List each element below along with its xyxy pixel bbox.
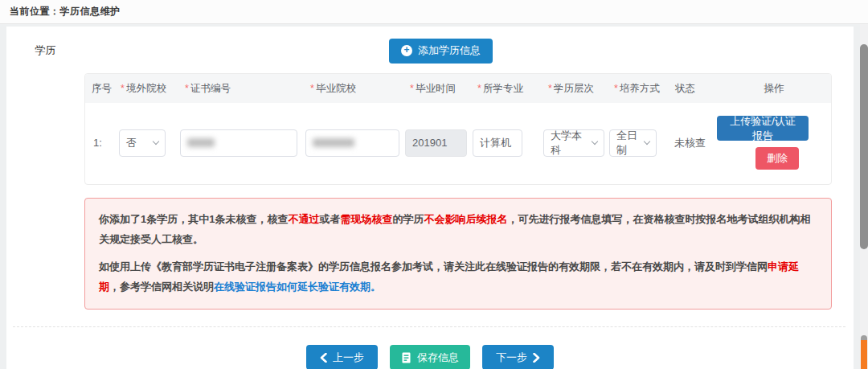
notice-paragraph-2: 如使用上传《教育部学历证书电子注册备案表》的学历信息报名参加考试，请关注此在线验… <box>99 256 817 297</box>
chevron-right-icon <box>533 353 540 363</box>
inline-link[interactable]: 在线验证报告如何延长验证有效期。 <box>214 281 381 293</box>
text-segment: 需现场核查 <box>340 213 392 225</box>
prev-step-button[interactable]: 上一步 <box>306 345 378 369</box>
notice-paragraph-1: 你添加了1条学历，其中1条未核查，核查不通过或者需现场核查的学历不会影响后续报名… <box>99 209 817 249</box>
text-segment: 的学历 <box>392 213 424 225</box>
text-segment: ，参考学信网相关说明 <box>109 281 214 293</box>
redacted-value <box>313 138 354 147</box>
dashed-divider <box>13 326 845 327</box>
text-segment: 或者 <box>319 213 340 225</box>
col-header-grad-time: *毕业时间 <box>405 82 473 96</box>
graduation-school-input[interactable] <box>305 129 399 157</box>
table-header-row: 序号 *境外院校 *证书编号 *毕业院校 *毕业时间 *所学专业 *学历层次 *… <box>85 74 831 103</box>
plus-circle-icon: + <box>401 45 412 56</box>
operation-cell: 上传验证/认证报告 删除 <box>717 116 831 170</box>
verification-notice-box: 你添加了1条学历，其中1条未核查，核查不通过或者需现场核查的学历不会影响后续报名… <box>84 198 832 310</box>
text-segment: 不会影响后续报名 <box>424 213 507 225</box>
col-header-index: 序号 <box>85 82 116 96</box>
add-education-label: 添加学历信息 <box>418 43 481 58</box>
step-actions: 上一步 保存信息 下一步 <box>6 345 854 369</box>
add-education-button[interactable]: + 添加学历信息 <box>389 39 493 64</box>
row-index: 1: <box>85 137 116 149</box>
text-segment: 如使用上传《教育部学历证书电子注册备案表》的学历信息报名参加考试，请关注此在线验… <box>99 260 768 273</box>
orange-scroll-indicator[interactable] <box>861 340 867 369</box>
chevron-down-icon <box>153 138 159 145</box>
chevron-down-icon <box>592 138 598 145</box>
education-row: 1: 否 201901 计算机 大学本科 <box>85 103 831 184</box>
text-segment: 不通过 <box>288 213 319 225</box>
education-section-label: 学历 <box>6 43 84 58</box>
chevron-down-icon <box>644 138 650 145</box>
col-header-major: *所学专业 <box>473 82 543 96</box>
redacted-value <box>187 138 215 147</box>
delete-button[interactable]: 删除 <box>755 147 799 170</box>
content-card: 学历 + 添加学历信息 序号 *境外院校 *证书编号 *毕业院校 *毕业时间 *… <box>6 27 854 369</box>
col-header-mode: *培养方式 <box>609 82 664 96</box>
breadcrumb-bar: 当前位置：学历信息维护 <box>0 0 868 24</box>
chevron-left-icon <box>320 353 327 363</box>
document-save-icon <box>401 352 411 363</box>
upload-report-button[interactable]: 上传验证/认证报告 <box>717 116 809 141</box>
training-mode-select[interactable]: 全日制 <box>609 129 657 157</box>
col-header-school: *毕业院校 <box>305 82 405 96</box>
next-step-button[interactable]: 下一步 <box>482 345 554 369</box>
education-table: 序号 *境外院校 *证书编号 *毕业院校 *毕业时间 *所学专业 *学历层次 *… <box>84 73 832 185</box>
text-segment: 你添加了1条学历，其中1条未核查，核查 <box>99 213 288 225</box>
major-input[interactable]: 计算机 <box>473 129 522 157</box>
graduation-time-input: 201901 <box>405 129 467 157</box>
col-header-overseas: *境外院校 <box>116 82 180 96</box>
status-text: 未核查 <box>664 136 717 150</box>
save-info-button[interactable]: 保存信息 <box>390 345 470 369</box>
col-header-certificate: *证书编号 <box>180 82 305 96</box>
col-header-level: *学历层次 <box>543 82 609 96</box>
scrollbar-thumb[interactable] <box>860 44 868 249</box>
certificate-number-input[interactable] <box>180 129 297 157</box>
breadcrumb: 当前位置：学历信息维护 <box>10 5 121 18</box>
col-header-status: 状态 <box>664 82 717 96</box>
education-level-select[interactable]: 大学本科 <box>543 129 604 157</box>
overseas-school-select[interactable]: 否 <box>119 129 166 157</box>
col-header-operation: 操作 <box>717 82 831 96</box>
